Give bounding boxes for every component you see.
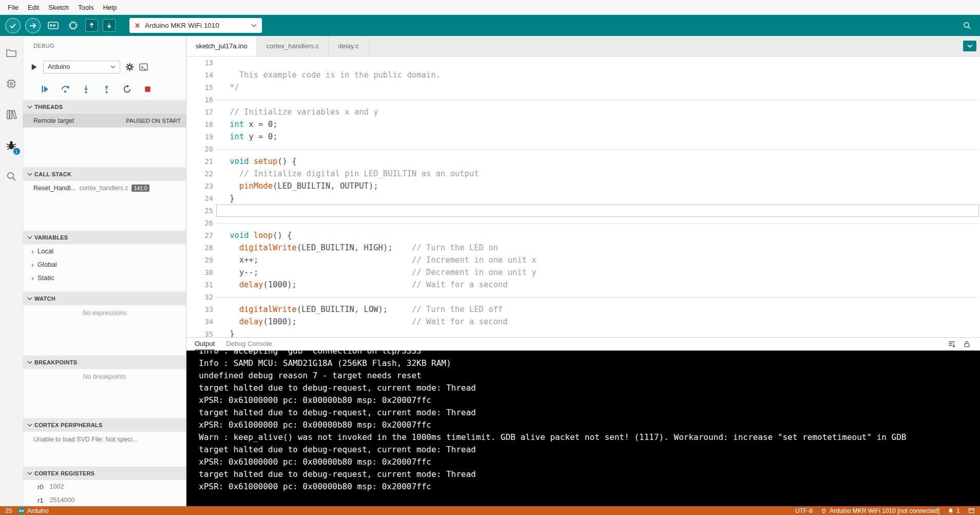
debug-console-icon[interactable] [139, 63, 148, 71]
section-breakpoints-header[interactable]: BREAKPOINTS [23, 355, 186, 369]
start-debug-icon[interactable] [30, 63, 38, 71]
sidebar-item-debug[interactable]: 1 [0, 138, 23, 153]
variables-scope-local[interactable]: ›Local [23, 244, 186, 258]
code-line-23[interactable]: 23 pinMode(LED_BUILTIN, OUTPUT); [186, 180, 980, 192]
restart-button[interactable] [122, 84, 132, 94]
line-number[interactable]: 16 [186, 94, 213, 106]
code-line-15[interactable]: 15*/ [186, 81, 980, 94]
code-line-22[interactable]: 22 // Initialize digital pin LED_BUILTIN… [186, 168, 980, 180]
code-line-29[interactable]: 29 x++; // Increment in one unit x [186, 254, 980, 266]
section-peripherals-header[interactable]: CORTEX PERIPHERALS [23, 418, 186, 432]
line-number[interactable]: 25 [186, 205, 213, 217]
line-number[interactable]: 23 [186, 180, 213, 192]
menu-sketch[interactable]: Sketch [44, 4, 73, 11]
board-connection-indicator[interactable]: Arduino MKR WiFi 1010 [not connected] [821, 507, 939, 514]
upload-button[interactable] [25, 18, 41, 33]
line-number[interactable]: 27 [186, 229, 213, 242]
code-line-21[interactable]: 21void setup() { [186, 155, 980, 168]
line-number[interactable]: 15 [186, 81, 213, 94]
editor-code[interactable]: 1314 This example code is in the public … [186, 57, 980, 337]
line-number[interactable]: 18 [186, 118, 213, 131]
tab-list-dropdown-button[interactable] [963, 41, 976, 51]
line-number[interactable]: 30 [186, 266, 213, 279]
output-console[interactable]: Info : accepting 'gdb' connection on tcp… [186, 351, 980, 506]
step-into-button[interactable] [81, 84, 91, 94]
encoding-indicator[interactable]: UTF-8 [795, 507, 813, 514]
tab-cortex_handlers.c[interactable]: cortex_handlers.c [257, 36, 329, 56]
thread-row[interactable]: Remote target PAUSED ON START [23, 114, 186, 127]
code-line-16[interactable]: 16 [186, 94, 980, 106]
code-line-19[interactable]: 19int y = 0; [186, 131, 980, 143]
code-line-27[interactable]: 27void loop() { [186, 229, 980, 242]
register-row-r1[interactable]: r12514000 [23, 493, 186, 506]
code-line-26[interactable]: 26 [186, 217, 980, 229]
section-registers-header[interactable]: CORTEX REGISTERS [23, 466, 186, 480]
variables-scope-global[interactable]: ›Global [23, 258, 186, 271]
line-number[interactable]: 17 [186, 106, 213, 118]
notifications-indicator[interactable]: 1 [948, 507, 960, 514]
line-number[interactable]: 33 [186, 303, 213, 316]
line-number[interactable]: 24 [186, 192, 213, 205]
code-line-14[interactable]: 14 This example code is in the public do… [186, 69, 980, 81]
code-line-34[interactable]: 34 delay(1000); // Wait for a second [186, 316, 980, 328]
code-line-20[interactable]: 20 [186, 143, 980, 155]
code-line-18[interactable]: 18int x = 0; [186, 118, 980, 131]
line-number[interactable]: 13 [186, 57, 213, 69]
code-line-17[interactable]: 17// Initialize variables x and y [186, 106, 980, 118]
line-number[interactable]: 29 [186, 254, 213, 266]
menu-edit[interactable]: Edit [23, 4, 44, 11]
stop-button[interactable] [142, 84, 153, 94]
output-tab-output[interactable]: Output [195, 338, 215, 351]
serial-monitor-button[interactable] [959, 18, 975, 33]
section-variables-header[interactable]: VARIABLES [23, 230, 186, 244]
debug-session-indicator[interactable]: Arduino [18, 507, 48, 514]
code-line-25[interactable]: 25 [186, 205, 980, 217]
section-threads-header[interactable]: THREADS [23, 100, 186, 114]
step-over-button[interactable] [60, 84, 70, 94]
variables-scope-static[interactable]: ›Static [23, 271, 186, 284]
panel-toggle-button[interactable] [968, 507, 975, 514]
code-line-33[interactable]: 33 digitalWrite(LED_BUILTIN, LOW); // Tu… [186, 303, 980, 316]
sidebar-item-boards-manager[interactable] [0, 76, 23, 91]
sidebar-item-sketchbook[interactable] [0, 45, 23, 61]
line-number[interactable]: 22 [186, 168, 213, 180]
tab-sketch_jul17a.ino[interactable]: sketch_jul17a.ino [186, 36, 257, 56]
debug-config-select[interactable]: Arduino [43, 61, 120, 73]
programmer-button[interactable] [65, 18, 81, 33]
line-number[interactable]: 32 [186, 291, 213, 303]
code-line-32[interactable]: 32 [186, 291, 980, 303]
code-line-30[interactable]: 30 y--; // Decrement in one unit y [186, 266, 980, 279]
output-tab-debug-console[interactable]: Debug Console [226, 338, 272, 351]
line-number[interactable]: 31 [186, 279, 213, 291]
autoscroll-icon[interactable] [948, 340, 956, 348]
line-number[interactable]: 20 [186, 143, 213, 155]
board-selector[interactable]: Arduino MKR WiFi 1010 [129, 18, 262, 33]
cursor-line-indicator[interactable]: 25 [5, 507, 12, 514]
code-line-24[interactable]: 24} [186, 192, 980, 205]
code-line-31[interactable]: 31 delay(1000); // Wait for a second [186, 279, 980, 291]
line-number[interactable]: 26 [186, 217, 213, 229]
import-binary-button[interactable] [103, 19, 116, 32]
gear-icon[interactable] [125, 63, 134, 71]
verify-button[interactable] [5, 18, 21, 33]
sidebar-item-library-manager[interactable] [0, 107, 23, 122]
code-line-13[interactable]: 13 [186, 57, 980, 69]
line-number[interactable]: 14 [186, 69, 213, 81]
code-line-28[interactable]: 28 digitalWrite(LED_BUILTIN, HIGH); // T… [186, 242, 980, 254]
continue-button[interactable] [40, 84, 50, 94]
stack-frame-row[interactable]: Reset_Handl... cortex_handlers.c 141:0 [23, 181, 186, 195]
step-out-button[interactable] [101, 84, 111, 94]
register-row-r0[interactable]: r01002 [23, 480, 186, 493]
menu-tools[interactable]: Tools [73, 4, 98, 11]
section-watch-header[interactable]: WATCH [23, 291, 186, 305]
line-number[interactable]: 19 [186, 131, 213, 143]
tab-delay.c[interactable]: delay.c [329, 36, 368, 56]
sidebar-item-search[interactable] [0, 169, 23, 184]
lock-icon[interactable] [963, 340, 971, 348]
menu-file[interactable]: File [3, 4, 23, 11]
section-callstack-header[interactable]: CALL STACK [23, 167, 186, 181]
code-line-35[interactable]: 35} [186, 328, 980, 337]
line-number[interactable]: 21 [186, 155, 213, 168]
export-binary-button[interactable] [85, 19, 98, 32]
debug-button[interactable] [45, 18, 61, 33]
